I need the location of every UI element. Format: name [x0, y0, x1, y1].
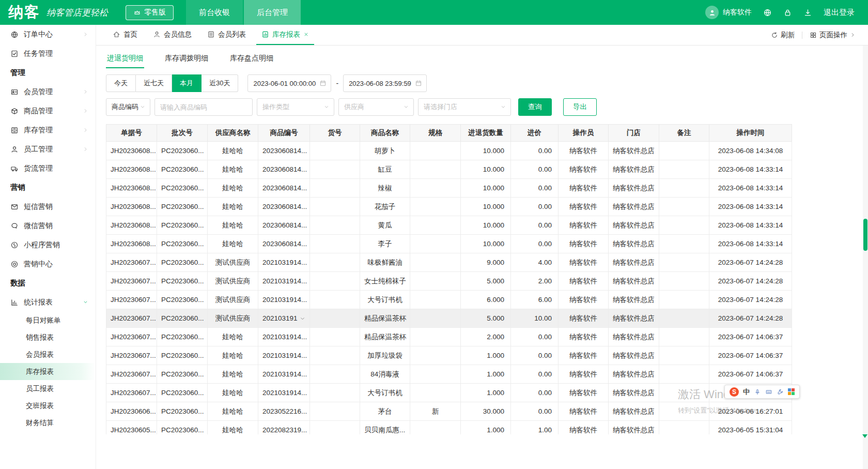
date-to-input[interactable]: 2023-06-08 23:59:59: [343, 74, 427, 92]
sidebar-subitem-16[interactable]: 销售报表: [0, 329, 96, 346]
header-nav-item-1[interactable]: 后台管理: [244, 0, 301, 25]
cell: 娃哈哈: [208, 179, 258, 198]
table-row[interactable]: JH20230607...PC2023060...娃哈哈2021031914..…: [106, 384, 792, 402]
quick-date-button-0[interactable]: 今天: [106, 74, 136, 92]
table-row[interactable]: JH20230607...PC2023060...测试供应商2021031914…: [106, 253, 792, 272]
table-row[interactable]: JH20230607...PC2023060...测试供应商2021031914…: [106, 272, 792, 291]
sidebar-item-14[interactable]: 统计报表: [0, 293, 96, 312]
cell: [410, 216, 461, 235]
sidebar-section-8: 营销: [0, 178, 96, 197]
table-row[interactable]: JH20230608...PC2023060...娃哈哈2023060814..…: [106, 179, 792, 198]
table-row[interactable]: JH20230608...PC2023060...娃哈哈2023060814..…: [106, 160, 792, 179]
cell: JH20230608...: [106, 216, 157, 235]
lock-button[interactable]: [783, 8, 792, 17]
cell: 10.000: [461, 179, 511, 198]
sidebar-subitem-20[interactable]: 交班报表: [0, 397, 96, 414]
store-select[interactable]: 请选择门店: [418, 98, 511, 116]
table-row[interactable]: JH20230608...PC2023060...娃哈哈2023060814..…: [106, 216, 792, 235]
close-icon[interactable]: [303, 32, 309, 37]
table-row[interactable]: JH20230607...PC2023060...娃哈哈2021031914..…: [106, 365, 792, 384]
download-button[interactable]: [803, 8, 812, 17]
sidebar-subitem-21[interactable]: 财务结算: [0, 414, 96, 431]
sidebar-subitem-17[interactable]: 会员报表: [0, 346, 96, 363]
table-row[interactable]: JH20230607...PC2023060...测试供应商202103191精…: [106, 309, 792, 328]
quick-date-button-2[interactable]: 本月: [172, 74, 202, 92]
sidebar-item-5[interactable]: 库存管理: [0, 120, 96, 140]
cell: PC2023060...: [157, 291, 208, 309]
quick-date-button-1[interactable]: 近七天: [136, 74, 172, 92]
user-menu[interactable]: 纳客软件: [705, 6, 752, 19]
supplier-select[interactable]: 供应商: [338, 98, 414, 116]
table-row[interactable]: JH20230607...PC2023060...娃哈哈2021031914..…: [106, 328, 792, 346]
ime-language-toggle[interactable]: 中: [743, 387, 750, 397]
sidebar-subitem-15[interactable]: 每日对账单: [0, 312, 96, 329]
mic-icon: [754, 388, 761, 396]
chev-down-icon: [140, 104, 146, 110]
logout-button[interactable]: 退出登录: [824, 8, 855, 18]
cell: 纳客软件: [559, 160, 609, 179]
opened-tab-2[interactable]: 会员列表: [202, 25, 251, 45]
page-ops-button[interactable]: 页面操作: [810, 31, 856, 40]
table-row[interactable]: JH20230607...PC2023060...娃哈哈2021031914..…: [106, 346, 792, 365]
sidebar-item-11[interactable]: 小程序营销: [0, 235, 96, 254]
cell: 2023-06-07 14:06:37: [709, 346, 792, 365]
lock-icon: [783, 8, 792, 17]
tab-label: 会员列表: [218, 30, 246, 39]
report-subtab-2[interactable]: 库存盘点明细: [229, 53, 274, 68]
ime-toolbar[interactable]: S 中: [724, 385, 800, 399]
table-row[interactable]: JH20230607...PC2023060...测试供应商2021031914…: [106, 291, 792, 309]
export-button[interactable]: 导出: [563, 98, 597, 116]
sidebar-item-9[interactable]: 短信营销: [0, 197, 96, 216]
sidebar-item-1[interactable]: 任务管理: [0, 44, 96, 63]
sidebar-item-3[interactable]: 会员管理: [0, 82, 96, 101]
scrollbar[interactable]: [863, 46, 868, 469]
table-row[interactable]: JH20230608...PC2023060...娃哈哈2023060814..…: [106, 235, 792, 253]
cell: 0.00: [511, 216, 559, 235]
report-subtab-0[interactable]: 进退货明细: [106, 53, 144, 68]
cell: JH20230607...: [106, 272, 157, 291]
crown-icon: [133, 9, 141, 17]
sogou-logo-icon[interactable]: S: [730, 387, 739, 397]
chev-down-icon[interactable]: [299, 315, 306, 322]
cell: 女士纯棉袜子: [360, 272, 410, 291]
opened-tab-1[interactable]: 会员信息: [148, 25, 197, 45]
globe-button[interactable]: [763, 8, 772, 17]
search-button[interactable]: 查询: [518, 98, 552, 116]
sidebar-item-7[interactable]: 货流管理: [0, 159, 96, 178]
chev-right-icon: [83, 108, 88, 114]
op-type-select[interactable]: 操作类型: [257, 98, 334, 116]
cell: 1.000: [461, 365, 511, 384]
ime-grid-icon[interactable]: [788, 388, 795, 395]
scroll-down-arrow[interactable]: [862, 434, 867, 438]
refresh-button[interactable]: 刷新: [771, 31, 795, 40]
table-row[interactable]: JH20230608...PC2023060...娃哈哈2023060814..…: [106, 142, 792, 160]
quick-date-button-3[interactable]: 近30天: [202, 74, 238, 92]
sidebar-item-4[interactable]: 商品管理: [0, 101, 96, 120]
opened-tab-3[interactable]: 库存报表: [256, 25, 314, 45]
report-subtab-1[interactable]: 库存调拨明细: [164, 53, 209, 68]
table-row[interactable]: JH20230606...PC2023060...娃哈哈2023052216..…: [106, 402, 792, 421]
sidebar-item-0[interactable]: 订单中心: [0, 25, 96, 44]
cell: [410, 309, 461, 328]
cell: 测试供应商: [208, 272, 258, 291]
cell: 辣椒: [360, 179, 410, 198]
date-from-input[interactable]: 2023-06-01 00:00:00: [247, 74, 331, 92]
quick-date-group: 今天近七天本月近30天: [106, 74, 238, 92]
table-row[interactable]: JH20230608...PC2023060...娃哈哈2023060814..…: [106, 198, 792, 216]
sidebar-item-6[interactable]: 员工管理: [0, 140, 96, 159]
edition-badge[interactable]: 零售版: [126, 5, 174, 20]
header-nav-item-0[interactable]: 前台收银: [186, 0, 243, 25]
sidebar-item-10[interactable]: 微信营销: [0, 216, 96, 235]
sidebar-item-12[interactable]: 营销中心: [0, 254, 96, 274]
table-row[interactable]: JH20230605...PC2023060...娃哈哈2022082319..…: [106, 421, 792, 435]
code-type-select[interactable]: 商品编码: [106, 98, 150, 116]
code-input[interactable]: [154, 98, 253, 116]
sidebar-subitem-18[interactable]: 库存报表: [0, 363, 96, 380]
opened-tab-0[interactable]: 首页: [107, 25, 143, 45]
cell: 纳客软件总店: [609, 402, 659, 421]
sidebar-subitem-19[interactable]: 员工报表: [0, 380, 96, 397]
cell: 2023052216...: [258, 402, 310, 421]
scrollbar-thumb[interactable]: [863, 219, 867, 251]
globe-icon: [763, 8, 772, 17]
cell: 纳客软件总店: [609, 216, 659, 235]
